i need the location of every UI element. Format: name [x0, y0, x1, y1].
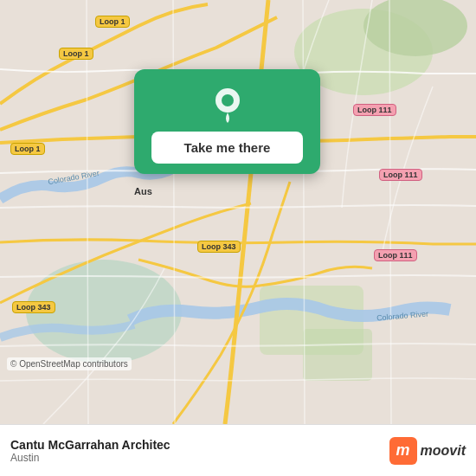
road-badge-loop343-2: Loop 343	[12, 301, 55, 313]
road-badge-loop1-1: Loop 1	[95, 16, 130, 28]
popup-card: Take me there	[134, 69, 320, 174]
city-label: Aus	[134, 186, 152, 196]
svg-rect-5	[303, 329, 372, 381]
location-info: Cantu McGarrahan Architec Austin	[10, 438, 389, 464]
moovit-text: moovit	[421, 443, 466, 459]
road-badge-loop1-3: Loop 1	[10, 143, 45, 155]
location-name: Cantu McGarrahan Architec	[10, 438, 389, 452]
moovit-m-icon: m	[389, 437, 417, 465]
bottom-bar: Cantu McGarrahan Architec Austin m moovi…	[0, 424, 476, 476]
take-me-there-button[interactable]: Take me there	[151, 132, 303, 164]
road-badge-loop111-1: Loop 111	[353, 104, 396, 116]
road-badge-loop343-1: Loop 343	[197, 241, 241, 253]
location-city: Austin	[10, 452, 389, 464]
osm-attribution: © OpenStreetMap contributors	[7, 357, 132, 370]
road-badge-loop111-2: Loop 111	[379, 169, 422, 181]
moovit-logo: m moovit	[389, 437, 466, 465]
map-container: Loop 1 Loop 1 Loop 1 Loop 111 Loop 111 L…	[0, 0, 476, 424]
road-badge-loop1-2: Loop 1	[59, 48, 93, 60]
location-pin-icon	[207, 83, 248, 125]
road-badge-loop111-3: Loop 111	[374, 249, 417, 261]
svg-point-7	[222, 94, 234, 106]
